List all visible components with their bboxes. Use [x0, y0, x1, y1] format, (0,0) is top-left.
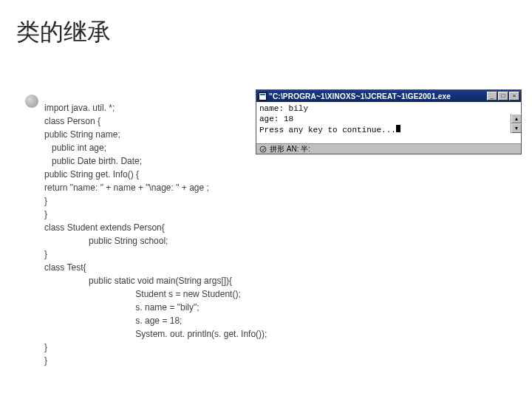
code-line: public String school; — [44, 236, 168, 246]
close-button[interactable]: × — [509, 92, 519, 100]
code-block: import java. util. *; class Person { pub… — [44, 101, 267, 367]
code-line: s. age = 18; — [44, 316, 182, 326]
titlebar[interactable]: "C:\PROGRA~1\XINOXS~1\JCREAT~1\GE2001.ex… — [256, 90, 521, 102]
code-line: } — [44, 342, 47, 352]
console-window: "C:\PROGRA~1\XINOXS~1\JCREAT~1\GE2001.ex… — [256, 89, 522, 154]
code-line: import java. util. *; — [44, 103, 115, 113]
code-line: } — [44, 196, 47, 206]
code-line: public String name; — [44, 129, 120, 140]
page-title: 类的继承 — [16, 16, 111, 49]
ime-icon — [259, 146, 267, 153]
vertical-scrollbar[interactable]: ▲ ▼ — [511, 114, 521, 133]
app-icon — [258, 92, 267, 100]
code-line: Student s = new Student(); — [44, 289, 241, 299]
code-line: public Date birth. Date; — [44, 156, 142, 166]
window-controls: _ □ × — [487, 92, 519, 100]
code-line: System. out. println(s. get. Info()); — [44, 329, 267, 339]
cursor-icon — [396, 125, 400, 132]
status-text: 拼形 AN: 半: — [270, 144, 310, 154]
code-line: } — [44, 209, 47, 219]
console-output: name: bily age: 18 Press any key to cont… — [256, 102, 521, 143]
minimize-button[interactable]: _ — [487, 92, 497, 100]
scroll-up-button[interactable]: ▲ — [511, 114, 522, 123]
bullet-icon — [25, 95, 38, 108]
code-line: public int age; — [44, 143, 106, 153]
output-line: name: bily — [259, 104, 308, 113]
status-bar: 拼形 AN: 半: — [256, 143, 521, 154]
code-line: return "name: " + name + "\nage: " + age… — [44, 183, 209, 193]
code-line: public static void main(String args[]){ — [44, 276, 232, 286]
code-line: } — [44, 249, 47, 259]
svg-rect-2 — [260, 94, 265, 95]
output-line: age: 18 — [259, 115, 293, 123]
maximize-button[interactable]: □ — [498, 92, 508, 100]
code-line: } — [44, 355, 47, 366]
output-line: Press any key to continue... — [259, 126, 396, 134]
svg-point-3 — [260, 146, 266, 152]
code-line: class Person { — [44, 116, 100, 126]
code-line: class Student extends Person{ — [44, 222, 165, 233]
code-line: s. name = "bily"; — [44, 302, 200, 313]
code-line: public String get. Info() { — [44, 169, 139, 180]
scroll-down-button[interactable]: ▼ — [511, 123, 522, 133]
titlebar-text: "C:\PROGRA~1\XINOXS~1\JCREAT~1\GE2001.ex… — [269, 92, 487, 100]
code-line: class Test{ — [44, 262, 86, 273]
